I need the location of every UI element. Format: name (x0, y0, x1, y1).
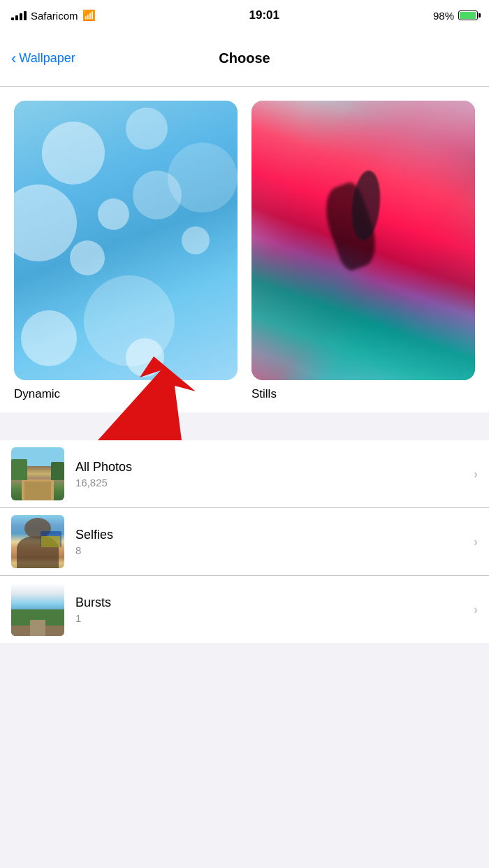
bursts-thumb (11, 583, 64, 636)
dynamic-label: Dynamic (14, 387, 60, 401)
stills-wallpaper-item[interactable]: Stills (251, 101, 475, 401)
selfies-name: Selfies (75, 528, 468, 542)
all-photos-info: All Photos 16,825 (75, 460, 468, 489)
page-title: Choose (219, 50, 270, 66)
battery-fill (460, 12, 476, 19)
status-time: 19:01 (249, 8, 279, 22)
signal-bar-2 (15, 15, 18, 20)
bursts-info: Bursts 1 (75, 595, 468, 624)
battery-percent: 98% (433, 10, 454, 22)
back-chevron-icon: ‹ (11, 51, 16, 66)
all-photos-chevron-icon: › (474, 467, 478, 482)
nav-bar: ‹ Wallpaper Choose (0, 31, 489, 87)
stills-label: Stills (251, 387, 277, 401)
carrier-name: Safaricom (31, 10, 78, 22)
battery-icon (458, 10, 478, 20)
selfies-chevron-icon: › (474, 535, 478, 549)
album-row-selfies[interactable]: Selfies 8 › (0, 508, 489, 576)
back-label: Wallpaper (19, 51, 75, 66)
dynamic-wallpaper-thumb[interactable] (14, 101, 238, 380)
section-divider (0, 412, 489, 426)
album-row-all-photos[interactable]: All Photos 16,825 › (0, 440, 489, 508)
all-photos-thumb (11, 447, 64, 500)
wifi-icon: 📶 (82, 9, 96, 22)
signal-bar-1 (11, 17, 14, 20)
back-button[interactable]: ‹ Wallpaper (11, 51, 75, 66)
bursts-count: 1 (75, 612, 468, 624)
signal-bars-icon (11, 10, 27, 20)
bottom-padding (0, 643, 489, 685)
dynamic-wallpaper-item[interactable]: Dynamic (14, 101, 238, 401)
wallpaper-previews-section: Dynamic Stills (0, 87, 489, 412)
bursts-name: Bursts (75, 595, 468, 610)
album-row-bursts[interactable]: Bursts 1 › (0, 576, 489, 643)
all-photos-name: All Photos (75, 460, 468, 475)
signal-bar-4 (24, 11, 27, 20)
selfies-info: Selfies 8 (75, 528, 468, 556)
status-left: Safaricom 📶 (11, 9, 96, 22)
albums-section: All Photos 16,825 › Selfies 8 › (0, 440, 489, 643)
status-right: 98% (433, 10, 478, 22)
dynamic-thumb-image (14, 101, 238, 380)
signal-bar-3 (20, 13, 22, 20)
all-photos-count: 16,825 (75, 477, 468, 489)
status-bar: Safaricom 📶 19:01 98% (0, 0, 489, 31)
selfies-count: 8 (75, 544, 468, 556)
bursts-chevron-icon: › (474, 602, 478, 617)
stills-wallpaper-thumb[interactable] (251, 101, 475, 380)
selfies-thumb (11, 515, 64, 568)
stills-thumb-image (251, 101, 475, 380)
